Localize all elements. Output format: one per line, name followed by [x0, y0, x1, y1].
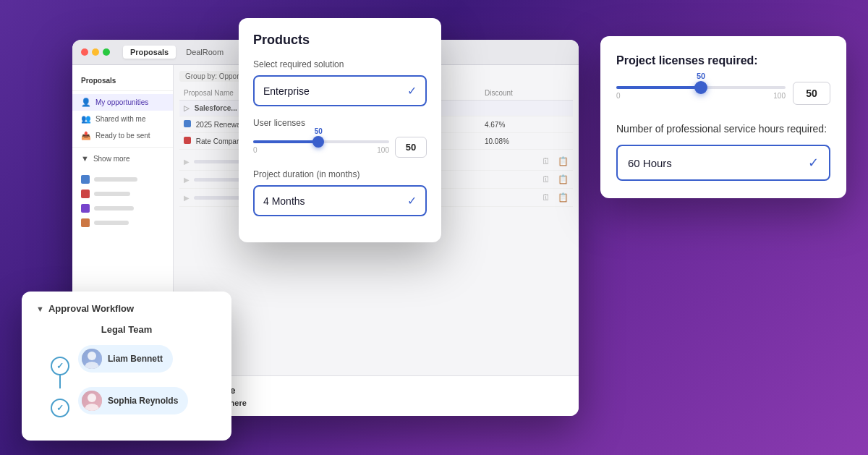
right-panel: Project licenses required: 50 0 100 50 N…: [600, 36, 846, 198]
rp-slider-track: [616, 86, 786, 89]
duration-label: Project duration (in months): [253, 169, 427, 179]
slider-fill: [253, 140, 318, 143]
close-dot[interactable]: [81, 48, 88, 56]
sidebar-item-label-4: Show more: [93, 155, 130, 163]
solution-label: Select required solution: [253, 59, 427, 69]
sidebar-item-my-opportunities[interactable]: 👤 My opportunities: [72, 94, 173, 111]
rp-hours-label: Number of professional service hours req…: [616, 122, 830, 137]
aw-person-2: Sophia Reynolds: [78, 387, 188, 414]
person-2-name: Sophia Reynolds: [108, 396, 178, 406]
slider-limits: 0 100: [253, 146, 389, 154]
sidebar-item-label-2: Shared with me: [95, 115, 145, 123]
rp-slider-fill: [616, 86, 701, 89]
chevron-down-icon: ▼: [81, 154, 89, 163]
item-bar-3: [94, 206, 134, 211]
rp-licenses-value-box[interactable]: 50: [793, 82, 830, 105]
maximize-dot[interactable]: [103, 48, 110, 56]
svg-point-2: [88, 394, 96, 402]
aw-check-1: ✓: [51, 357, 69, 375]
aw-check-2: ✓: [51, 399, 69, 417]
rp-licenses-title: Project licenses required:: [616, 54, 830, 69]
aw-chevron-icon[interactable]: ▼: [36, 305, 44, 313]
svg-point-0: [88, 352, 96, 360]
esig-title: e-Signature: [184, 385, 569, 396]
item-bar-1: [94, 177, 137, 182]
licenses-slider-row: 50 0 100 50: [253, 137, 427, 158]
person-1-name: Liam Bennett: [108, 354, 163, 364]
rp-hours-select[interactable]: 60 Hours ✓: [616, 145, 830, 181]
sidebar-item-label-1: My opportunities: [95, 98, 148, 106]
rp-check-icon: ✓: [808, 155, 819, 171]
aw-workflow: ✓ Liam Bennett ✓: [36, 345, 217, 429]
row-1-discount: 4.67%: [480, 116, 573, 133]
badge-blue-1: [81, 175, 90, 184]
avatar-liam-svg: [82, 349, 102, 369]
slider-track: [253, 140, 389, 143]
window-controls: [81, 48, 110, 56]
badge-violet-1: [81, 204, 90, 213]
send-icon: 📤: [81, 131, 91, 140]
tab-dealroom[interactable]: DealRoom: [179, 46, 231, 59]
avatar-sophia: [82, 391, 102, 411]
duration-value: 4 Months: [263, 195, 305, 207]
sidebar-title: Proposals: [72, 72, 173, 88]
aw-header: ▼ Approval Workflow: [36, 303, 217, 314]
rp-licenses-slider[interactable]: 50 0 100: [616, 86, 786, 100]
avatar-sophia-svg: [82, 391, 102, 411]
sidebar-divider-2: [72, 147, 173, 148]
col-header-discount: Discount: [480, 86, 573, 101]
badge-orange-1: [81, 218, 90, 227]
minimize-dot[interactable]: [92, 48, 99, 56]
aw-title: Approval Workflow: [48, 303, 134, 314]
shared-icon: 👥: [81, 114, 91, 124]
approval-workflow: ▼ Approval Workflow Legal Team ✓ Liam Be…: [22, 292, 231, 441]
licenses-slider[interactable]: 50 0 100: [253, 140, 389, 154]
rp-hours-value: 60 Hours: [628, 157, 672, 169]
sidebar-divider-1: [72, 90, 173, 91]
sidebar-item-show-more[interactable]: ▼ Show more: [72, 150, 173, 166]
solution-select[interactable]: Enterprise ✓: [253, 75, 427, 106]
aw-item-2: ✓ Sophia Reynolds: [51, 387, 188, 429]
duration-select[interactable]: 4 Months ✓: [253, 185, 427, 216]
aw-section-title: Legal Team: [36, 324, 217, 335]
aw-item-1: ✓ Liam Bennett: [51, 345, 173, 387]
esig-section: e-Signature Please sign here: [174, 375, 579, 415]
tab-proposals[interactable]: Proposals: [123, 46, 176, 59]
rp-slider-label-above: 50: [697, 72, 705, 80]
rp-slider-thumb[interactable]: [694, 81, 707, 94]
svg-point-1: [85, 362, 99, 369]
rp-licenses-slider-row: 50 0 100 50: [616, 82, 830, 105]
slider-min: 0: [253, 146, 258, 154]
solution-check-icon: ✓: [407, 84, 417, 98]
slider-label-above: 50: [315, 127, 323, 135]
sidebar-item-ready[interactable]: 📤 Ready to be sent: [72, 127, 173, 144]
sidebar-item-label-3: Ready to be sent: [95, 132, 150, 140]
item-bar-4: [94, 221, 129, 225]
avatar-liam: [82, 349, 102, 369]
products-dialog-title: Products: [253, 33, 427, 48]
svg-point-3: [85, 404, 99, 411]
person-icon: 👤: [81, 98, 91, 107]
licenses-label: User licenses: [253, 118, 427, 128]
duration-check-icon: ✓: [407, 194, 417, 208]
row-2-discount: 10.08%: [480, 133, 573, 150]
solution-value: Enterprise: [263, 85, 310, 97]
licenses-value-box[interactable]: 50: [395, 137, 427, 158]
slider-thumb[interactable]: [312, 136, 324, 148]
rp-slider-min: 0: [616, 92, 621, 100]
item-bar-2: [94, 192, 130, 196]
esig-subtitle: Please sign here: [184, 399, 569, 407]
sidebar-item-shared[interactable]: 👥 Shared with me: [72, 111, 173, 127]
badge-red-1: [81, 190, 90, 198]
rp-slider-max: 100: [773, 92, 786, 100]
products-dialog: Products Select required solution Enterp…: [239, 18, 441, 242]
aw-person-1: Liam Bennett: [78, 345, 173, 373]
slider-max: 100: [377, 146, 389, 154]
